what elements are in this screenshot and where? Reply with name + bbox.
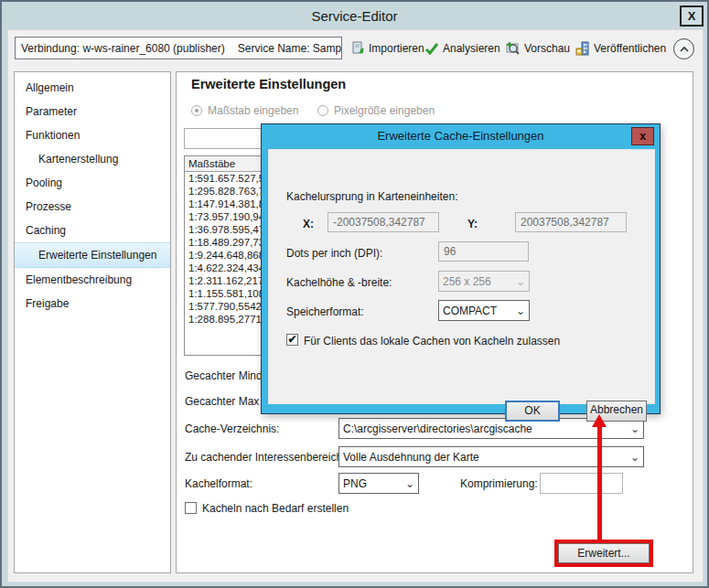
sidebar-item-allgemein[interactable]: Allgemein <box>15 76 170 100</box>
advanced-cache-settings-dialog: Erweiterte Cache-Einstellungen x Kachelu… <box>261 123 661 414</box>
radio-enter-pixelsize[interactable]: Pixelgröße eingeben <box>317 104 435 117</box>
connection-label: Verbindung: w-ws-rainer_6080 (publisher) <box>21 42 225 55</box>
storage-format-label: Speicherformat: <box>286 305 364 318</box>
analyze-button-label: Analysieren <box>443 42 500 55</box>
allow-client-caching-checkbox[interactable]: ✔ <box>286 334 298 346</box>
analyze-button[interactable]: Analysieren <box>424 38 500 59</box>
create-tiles-on-demand-label: Kacheln nach Bedarf erstellen <box>202 502 349 515</box>
x-label: X: <box>303 218 314 230</box>
radio-icon <box>191 105 202 116</box>
y-label: Y: <box>467 218 478 230</box>
tile-format-value: PNG <box>343 477 405 490</box>
chevron-down-icon: ⌄ <box>516 277 525 286</box>
sidebar-item-kartenerstellung[interactable]: Kartenerstellung <box>15 147 170 171</box>
cache-directory-value: C:\arcgisserver\directories\arcgiscache <box>343 422 630 435</box>
import-icon <box>350 41 365 56</box>
analyze-check-icon <box>424 41 439 56</box>
chevron-up-circle-icon <box>679 44 690 55</box>
collapse-toolbar-button[interactable] <box>673 38 694 59</box>
storage-format-dropdown[interactable]: COMPACT ⌄ <box>438 300 530 321</box>
service-name-label: Service Name: Sample <box>238 42 342 55</box>
publish-button-label: Veröffentlichen <box>594 42 666 55</box>
sidebar-item-caching[interactable]: Caching <box>15 219 170 242</box>
window-close-button[interactable]: X <box>680 5 704 27</box>
tile-origin-label: Kachelursprung in Karteneinheiten: <box>286 190 457 203</box>
ok-button[interactable]: OK <box>505 401 560 422</box>
dialog-content: Kachelursprung in Karteneinheiten: X: -2… <box>268 149 655 404</box>
window-title: Service-Editor <box>2 8 707 24</box>
cached-min-scale-label: Gecachter Mind <box>185 369 263 382</box>
cached-max-scale-label: Gecachter Max <box>185 395 259 408</box>
radio-enter-scale[interactable]: Maßstab eingeben <box>191 104 298 117</box>
dpi-label: Dots per inch (DPI): <box>286 247 382 260</box>
radio-enter-scale-label: Maßstab eingeben <box>208 104 298 117</box>
publish-icon <box>575 41 590 56</box>
sidebar-item-parameter[interactable]: Parameter <box>15 100 170 123</box>
sidebar-item-funktionen[interactable]: Funktionen <box>15 123 170 147</box>
annotation-arrow-head-icon <box>592 414 607 427</box>
area-of-interest-value: Volle Ausdehnung der Karte <box>343 451 630 464</box>
dialog-title: Erweiterte Cache-Einstellungen <box>262 129 660 143</box>
page-title: Erweiterte Einstellungen <box>191 77 346 91</box>
x-origin-field: -20037508,342787 <box>328 212 439 232</box>
sidebar-item-elementbeschreibung[interactable]: Elementbeschreibung <box>15 268 170 292</box>
compression-label: Komprimierung: <box>460 477 538 490</box>
radio-enter-pixelsize-label: Pixelgröße eingeben <box>334 104 435 117</box>
connection-info-box: Verbindung: w-ws-rainer_6080 (publisher)… <box>15 37 342 59</box>
dialog-close-button[interactable]: x <box>631 127 654 145</box>
advanced-button[interactable]: Erweitert... <box>558 543 650 563</box>
preview-button[interactable]: Vorschau <box>506 38 570 59</box>
radio-icon <box>317 105 328 116</box>
tile-size-label: Kachelhöhe & -breite: <box>286 276 392 289</box>
sidebar: Allgemein Parameter Funktionen Karteners… <box>14 71 171 573</box>
tile-format-dropdown[interactable]: PNG ⌄ <box>338 473 419 494</box>
preview-button-label: Vorschau <box>524 42 570 55</box>
tile-size-value: 256 x 256 <box>443 275 516 288</box>
create-tiles-on-demand-checkbox[interactable] <box>185 502 197 514</box>
chevron-down-icon: ⌄ <box>630 453 639 462</box>
chevron-down-icon: ⌄ <box>516 306 525 315</box>
storage-format-value: COMPACT <box>443 305 516 317</box>
sidebar-item-pooling[interactable]: Pooling <box>15 171 170 195</box>
advanced-button-highlight: Erweitert... <box>554 540 653 567</box>
dpi-field: 96 <box>438 241 529 262</box>
y-origin-field: 20037508,342787 <box>515 212 627 232</box>
sidebar-item-erweiterte-einstellungen[interactable]: Erweiterte Einstellungen <box>15 242 170 268</box>
cache-directory-label: Cache-Verzeichnis: <box>185 422 279 435</box>
import-button-label: Importieren <box>369 42 424 55</box>
chevron-down-icon: ⌄ <box>405 479 414 488</box>
preview-magnifier-icon <box>506 41 521 56</box>
allow-client-caching-label: Für Clients das lokale Cachen von Kachel… <box>304 335 560 347</box>
chevron-down-icon: ⌄ <box>630 424 639 433</box>
sidebar-item-prozesse[interactable]: Prozesse <box>15 195 170 219</box>
publish-button[interactable]: Veröffentlichen <box>575 38 666 59</box>
tile-size-dropdown: 256 x 256 ⌄ <box>438 271 530 292</box>
sidebar-item-freigabe[interactable]: Freigabe <box>15 292 170 315</box>
import-button[interactable]: Importieren <box>350 38 424 59</box>
area-of-interest-label: Zu cachender Interessenbereich: <box>185 451 345 464</box>
annotation-arrow-line <box>597 426 602 540</box>
compression-input[interactable] <box>540 473 623 494</box>
tile-format-label: Kachelformat: <box>185 477 252 490</box>
service-editor-window: Service-Editor X Verbindung: w-ws-rainer… <box>0 0 709 588</box>
